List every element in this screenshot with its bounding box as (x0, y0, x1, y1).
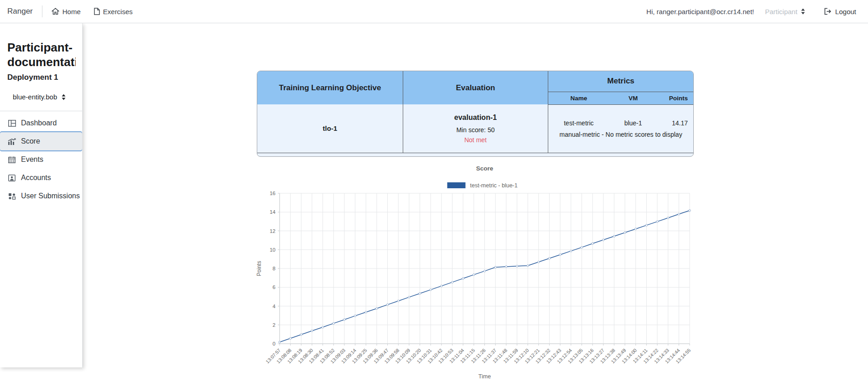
subcol-header-points: Points (657, 95, 693, 102)
role-dropdown[interactable]: Participant (765, 8, 806, 15)
deployment-label: Deployment 1 (7, 73, 82, 82)
sidebar-divider (0, 111, 82, 111)
top-navbar: Ranger Home Exercises Hi, ranger.partici… (0, 0, 868, 23)
id-card-icon (8, 175, 16, 181)
sidebar-item-label: User Submissions (21, 192, 80, 200)
calendar-icon (8, 156, 16, 163)
svg-text:2: 2 (273, 322, 275, 328)
svg-text:10: 10 (270, 247, 275, 253)
entity-selector-value: blue-entity.bob (13, 93, 57, 101)
sidebar-item-score[interactable]: Score (0, 132, 82, 150)
logout-label: Logout (835, 8, 856, 15)
col-header-evaluation: Evaluation (403, 71, 548, 104)
svg-text:12: 12 (270, 228, 275, 234)
metric-name: test-metric (548, 119, 609, 127)
score-chart: 024681012141613:07:5713:08:0813:08:1913:… (253, 162, 705, 382)
svg-text:4: 4 (273, 304, 276, 309)
table-row: tlo-1 evaluation-1 Min score: 50 Not met… (257, 104, 693, 153)
nav-home[interactable]: Home (52, 8, 81, 15)
chart-legend[interactable]: test-metric - blue-1 (447, 182, 518, 189)
role-dropdown-label: Participant (765, 8, 797, 15)
metric-points: 14.17 (657, 119, 693, 127)
sidebar-item-label: Score (21, 137, 40, 145)
sidebar-item-events[interactable]: Events (0, 150, 82, 169)
evaluation-name: evaluation-1 (403, 114, 548, 122)
sidebar-item-label: Accounts (21, 174, 51, 182)
entity-selector[interactable]: blue-entity.bob (13, 93, 82, 101)
x-axis-label: Time (478, 373, 491, 380)
metric-score-row: test-metric blue-1 14.17 (548, 119, 693, 127)
tlo-name-cell: tlo-1 (257, 104, 403, 153)
app-page: Ranger Home Exercises Hi, ranger.partici… (0, 0, 868, 382)
evaluation-status: Not met (403, 136, 548, 144)
svg-text:6: 6 (273, 284, 275, 290)
subcol-header-vm: VM (609, 95, 657, 102)
dashboard-icon (8, 120, 16, 127)
sidebar-item-accounts[interactable]: Accounts (0, 169, 82, 187)
nav-exercises[interactable]: Exercises (94, 8, 133, 15)
sidebar-item-dashboard[interactable]: Dashboard (0, 114, 82, 132)
score-chart-svg: 024681012141613:07:5713:08:0813:08:1913:… (253, 162, 705, 382)
metric-empty-note: manual-metric - No metric scores to disp… (548, 131, 693, 138)
col-header-metrics: Metrics (548, 71, 693, 92)
user-submissions-icon (8, 193, 16, 200)
sort-arrows-icon (61, 94, 66, 100)
score-chart-icon (8, 138, 16, 145)
brand-title: Ranger (7, 7, 33, 16)
col-header-tlo: Training Learning Objective (257, 71, 403, 104)
nav-exercises-label: Exercises (103, 8, 133, 15)
nav-home-label: Home (62, 8, 81, 15)
tlo-table: Training Learning Objective Evaluation M… (257, 71, 694, 157)
sort-arrows-icon (800, 8, 806, 15)
navbar-right-group: Hi, ranger.participant@ocr.cr14.net! Par… (646, 8, 856, 15)
evaluation-cell: evaluation-1 Min score: 50 Not met (403, 104, 548, 153)
file-icon (94, 8, 100, 15)
logout-button[interactable]: Logout (824, 8, 856, 15)
chart-title: Score (476, 165, 494, 172)
logout-icon (824, 8, 832, 15)
sidebar-item-label: Dashboard (21, 119, 57, 127)
navbar-divider (42, 5, 42, 17)
subcol-header-name: Name (548, 95, 609, 102)
svg-text:8: 8 (273, 266, 275, 271)
evaluation-min-score: Min score: 50 (403, 126, 548, 134)
metric-vm: blue-1 (609, 119, 657, 127)
user-greeting: Hi, ranger.participant@ocr.cr14.net! (646, 8, 754, 15)
y-axis-label: Points (256, 261, 262, 276)
svg-text:test-metric - blue-1: test-metric - blue-1 (470, 182, 518, 189)
home-icon (52, 8, 59, 15)
svg-text:16: 16 (270, 191, 275, 196)
sidebar-nav: Dashboard Score Events Accounts (0, 114, 82, 205)
svg-text:0: 0 (273, 341, 275, 346)
sidebar-item-user-submissions[interactable]: User Submissions (0, 187, 82, 205)
sidebar: Participant-documentation Deployment 1 b… (0, 23, 83, 367)
metrics-subheader-row: Name VM Points (548, 92, 693, 104)
chart-gridlines: 024681012141613:07:5713:08:0813:08:1913:… (265, 191, 691, 364)
metrics-cell: test-metric blue-1 14.17 manual-metric -… (548, 104, 693, 153)
sidebar-item-label: Events (21, 155, 43, 164)
svg-text:14: 14 (270, 209, 275, 215)
exercise-title: Participant-documentation (7, 41, 76, 69)
